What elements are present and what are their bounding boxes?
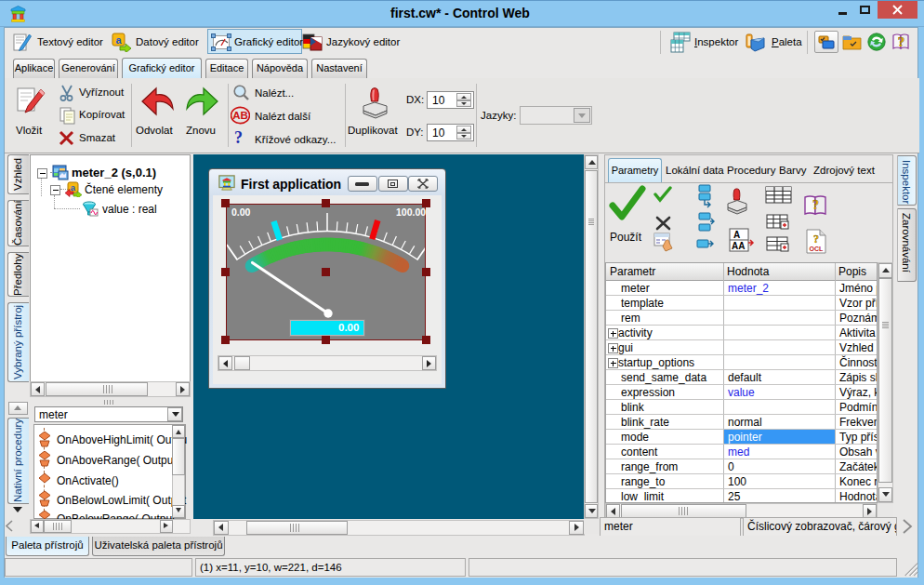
svg-text:A: A <box>733 230 740 240</box>
svg-text:?: ? <box>813 233 819 246</box>
svg-text:AA: AA <box>732 241 745 251</box>
svg-text:a: a <box>115 34 122 46</box>
svg-text:OCL: OCL <box>810 246 825 252</box>
svg-text:a: a <box>71 182 76 193</box>
svg-text:AB: AB <box>232 110 248 121</box>
svg-text:?: ? <box>812 198 819 212</box>
svg-text:?: ? <box>898 34 905 49</box>
